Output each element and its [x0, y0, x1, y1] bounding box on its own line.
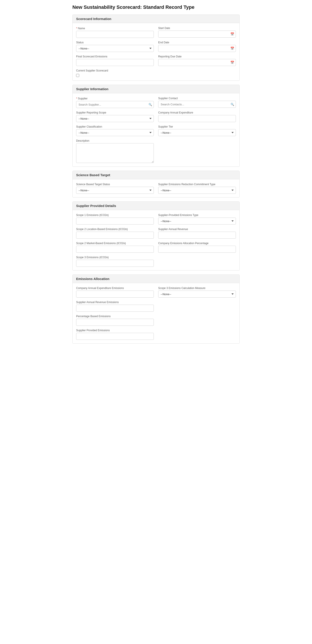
name-required-star: * [76, 26, 77, 30]
science-based-target-section: Science Based Target Science Based Targe… [72, 171, 240, 198]
emissions-allocation-header: Emissions Allocation [72, 275, 240, 283]
scope-2-market-emissions-input[interactable] [76, 246, 154, 253]
percentage-based-emissions-input[interactable] [76, 319, 154, 326]
supplier-required-star: * [76, 97, 77, 100]
supplier-tier-label: Supplier Tier [158, 125, 236, 128]
company-annual-expenditure-emissions-group: Company Annual Expenditure Emissions [76, 286, 154, 298]
supplier-row-4: Description [76, 139, 236, 163]
supplier-reporting-scope-label: Supplier Reporting Scope [76, 111, 154, 114]
spd-row-3: Scope 2 Market-Based Emissions (tCO2e) C… [76, 242, 236, 253]
start-date-input[interactable] [158, 30, 236, 38]
spd-row4-right-empty [158, 256, 236, 267]
supplier-classification-select[interactable]: --None-- [76, 129, 154, 136]
supplier-annual-revenue-emissions-label: Supplier Annual Revenue Emissions [76, 301, 154, 304]
scorecard-information-section: Scorecard Information * Name Start Date … [72, 14, 240, 81]
supplier-annual-revenue-group: Supplier Annual Revenue [158, 228, 236, 239]
supplier-row4-right-empty [158, 139, 236, 163]
supplier-contact-search-input[interactable] [158, 101, 236, 108]
supplier-contact-search-wrapper: 🔍 [158, 101, 236, 108]
science-based-target-status-label: Science Based Target Status [76, 183, 154, 186]
supplier-annual-revenue-label: Supplier Annual Revenue [158, 228, 236, 231]
scorecard-row-4: Current Supplier Scorecard [76, 69, 236, 77]
supplier-classification-select-wrapper: --None-- [76, 129, 154, 136]
company-emissions-allocation-percentage-input[interactable] [158, 246, 236, 253]
ea-row-1: Company Annual Expenditure Emissions Sco… [76, 286, 236, 298]
company-annual-expenditure-emissions-input[interactable] [76, 290, 154, 298]
supplier-reporting-scope-select[interactable]: --None-- [76, 115, 154, 122]
company-annual-expenditure-label: Company Annual Expenditure [158, 111, 236, 114]
supplier-provided-emissions-group: Supplier Provided Emissions [76, 329, 154, 340]
supplier-search-input[interactable] [76, 101, 154, 108]
scope-3-emissions-calculation-measure-select[interactable]: --None-- [158, 290, 236, 298]
start-date-group: Start Date 📅 [158, 26, 236, 38]
science-based-target-status-group: Science Based Target Status --None-- [76, 183, 154, 194]
name-label: * Name [76, 26, 154, 30]
spd-row-4: Scope 3 Emissions (tCO2e) [76, 256, 236, 267]
supplier-tier-select[interactable]: --None-- [158, 129, 236, 136]
supplier-contact-label: Supplier Contact [158, 97, 236, 100]
sbt-row-1: Science Based Target Status --None-- Sup… [76, 183, 236, 194]
scope-3-emissions-calculation-measure-label: Scope 3 Emissions Calculation Measure [158, 286, 236, 290]
scope-2-market-emissions-label: Scope 2 Market-Based Emissions (tCO2e) [76, 242, 154, 245]
company-annual-expenditure-input[interactable] [158, 115, 236, 122]
scorecard-row-3: Final Scorecard Emissions Reporting Due … [76, 55, 236, 66]
name-input[interactable] [76, 31, 154, 38]
spd-row-1: Scope 1 Emissions (tCO2e) Supplier-Provi… [76, 214, 236, 224]
ea-row-3: Percentage Based Emissions [76, 315, 236, 326]
current-supplier-scorecard-group: Current Supplier Scorecard [76, 69, 154, 77]
supplier-provided-emissions-type-select[interactable]: --None-- [158, 218, 236, 224]
scorecard-row-1: * Name Start Date 📅 [76, 26, 236, 38]
start-date-wrapper: 📅 [158, 30, 236, 38]
supplier-label: * Supplier [76, 97, 154, 100]
supplier-row-3: Supplier Classification --None-- Supplie… [76, 125, 236, 136]
company-emissions-allocation-percentage-label: Company Emissions Allocation Percentage [158, 242, 236, 245]
end-date-input[interactable] [158, 45, 236, 52]
scope-3-emissions-calculation-measure-group: Scope 3 Emissions Calculation Measure --… [158, 286, 236, 298]
scope-3-emissions-group: Scope 3 Emissions (tCO2e) [76, 256, 154, 267]
final-scorecard-emissions-group: Final Scorecard Emissions [76, 55, 154, 66]
scope-3-emissions-input[interactable] [76, 260, 154, 267]
supplier-emissions-reduction-commitment-type-select[interactable]: --None-- [158, 187, 236, 194]
ea-row-2: Supplier Annual Revenue Emissions [76, 301, 236, 312]
status-label: Status [76, 41, 154, 44]
science-based-target-status-select[interactable]: --None-- [76, 187, 154, 194]
description-textarea[interactable] [76, 143, 154, 163]
scope-2-location-emissions-input[interactable] [76, 232, 154, 239]
supplier-provided-details-section: Supplier Provided Details Scope 1 Emissi… [72, 202, 240, 270]
reporting-due-date-label: Reporting Due Date [158, 55, 236, 58]
supplier-emissions-reduction-commitment-type-label: Supplier Emissions Reduction Commitment … [158, 183, 236, 186]
ea-row3-right-empty [158, 315, 236, 326]
end-date-label: End Date [158, 41, 236, 44]
supplier-provided-emissions-type-select-wrapper: --None-- [158, 218, 236, 224]
scope-2-market-emissions-group: Scope 2 Market-Based Emissions (tCO2e) [76, 242, 154, 253]
supplier-provided-emissions-input[interactable] [76, 333, 154, 340]
company-annual-expenditure-emissions-label: Company Annual Expenditure Emissions [76, 286, 154, 290]
supplier-row-2: Supplier Reporting Scope --None-- Compan… [76, 111, 236, 122]
description-label: Description [76, 139, 154, 142]
supplier-annual-revenue-input[interactable] [158, 232, 236, 239]
supplier-contact-group: Supplier Contact 🔍 [158, 97, 236, 108]
scorecard-information-header: Scorecard Information [72, 15, 240, 23]
final-scorecard-emissions-input[interactable] [76, 59, 154, 66]
supplier-annual-revenue-emissions-input[interactable] [76, 304, 154, 312]
scope-3-emissions-calculation-measure-select-wrapper: --None-- [158, 290, 236, 298]
status-select[interactable]: --None-- [76, 45, 154, 52]
current-supplier-scorecard-label: Current Supplier Scorecard [76, 69, 154, 72]
supplier-provided-details-header: Supplier Provided Details [72, 202, 240, 210]
scope-2-location-emissions-group: Scope 2 Location-Based Emissions (tCO2e) [76, 228, 154, 239]
supplier-information-header: Supplier Information [72, 85, 240, 93]
end-date-wrapper: 📅 [158, 45, 236, 52]
scorecard-row4-right-empty [158, 69, 236, 77]
company-emissions-allocation-percentage-group: Company Emissions Allocation Percentage [158, 242, 236, 253]
supplier-emissions-reduction-commitment-type-select-wrapper: --None-- [158, 187, 236, 194]
scope-1-emissions-input[interactable] [76, 218, 154, 224]
status-select-wrapper: --None-- [76, 45, 154, 52]
supplier-group: * Supplier 🔍 [76, 97, 154, 108]
reporting-due-date-wrapper: 📅 [158, 59, 236, 66]
scope-2-location-emissions-label: Scope 2 Location-Based Emissions (tCO2e) [76, 228, 154, 231]
ea-row4-right-empty [158, 329, 236, 340]
current-supplier-scorecard-checkbox[interactable] [76, 74, 79, 77]
reporting-due-date-input[interactable] [158, 59, 236, 66]
supplier-reporting-scope-group: Supplier Reporting Scope --None-- [76, 111, 154, 122]
supplier-annual-revenue-emissions-group: Supplier Annual Revenue Emissions [76, 301, 154, 312]
